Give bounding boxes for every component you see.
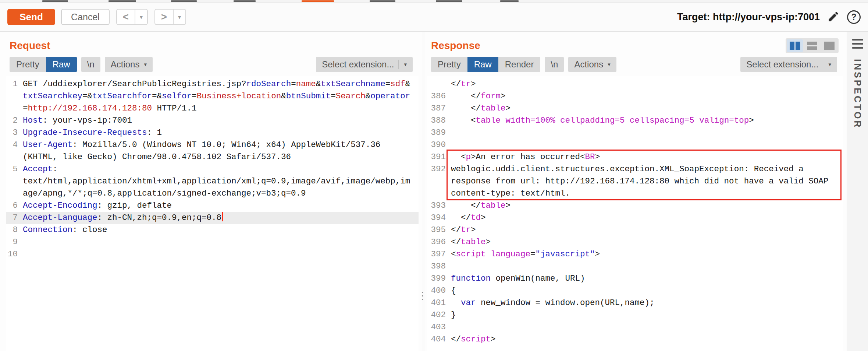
- code-line[interactable]: 397<script language="javascript">: [427, 248, 843, 260]
- code-line[interactable]: 7Accept-Language: zh-CN,zh;q=0.9,en;q=0.…: [6, 212, 419, 224]
- request-tabs-row: Pretty Raw \n Actions ▾ Select extension…: [6, 57, 419, 72]
- line-number: 403: [427, 321, 451, 333]
- code-line[interactable]: 394 </td>: [427, 212, 843, 224]
- code-line[interactable]: 403: [427, 321, 843, 333]
- code-line[interactable]: 1GET /uddiexplorer/SearchPublicRegistrie…: [6, 78, 419, 115]
- line-number: 6: [6, 200, 23, 212]
- line-content: [451, 260, 843, 273]
- tab-response-render[interactable]: Render: [498, 57, 541, 72]
- clipped-tab: [42, 0, 68, 2]
- code-line[interactable]: </tr>: [427, 78, 843, 90]
- line-number: 400: [427, 285, 451, 297]
- code-line[interactable]: 402}: [427, 309, 843, 321]
- line-content: weblogic.uddi.client.structures.exceptio…: [451, 163, 843, 200]
- code-line[interactable]: 9: [6, 236, 419, 248]
- code-line[interactable]: 396</table>: [427, 236, 843, 248]
- code-line[interactable]: 401 var new_window = window.open(URL,nam…: [427, 297, 843, 309]
- code-line[interactable]: 392weblogic.uddi.client.structures.excep…: [427, 163, 843, 200]
- code-line[interactable]: 404</script>: [427, 333, 843, 345]
- line-content: [23, 236, 419, 248]
- response-show-nonprintable-button[interactable]: \n: [545, 57, 564, 72]
- code-line[interactable]: 399function openWin(name, URL): [427, 273, 843, 285]
- code-line[interactable]: 400{: [427, 285, 843, 297]
- code-line[interactable]: 391 <p>An error has occurred<BR>: [427, 151, 843, 163]
- target-display: Target: http://your-vps-ip:7001: [677, 11, 820, 23]
- line-number: 393: [427, 200, 451, 212]
- back-history-dropdown[interactable]: ▾: [135, 10, 147, 24]
- code-line[interactable]: 388 <table width=100% cellpadding=5 cell…: [427, 115, 843, 127]
- tab-response-raw[interactable]: Raw: [467, 57, 498, 72]
- line-content: </td>: [451, 212, 843, 224]
- code-line[interactable]: 389: [427, 127, 843, 139]
- chevron-down-icon: ▾: [178, 14, 181, 21]
- edit-target-button[interactable]: [827, 10, 840, 24]
- line-number: 399: [427, 273, 451, 285]
- line-number: 392: [427, 163, 451, 200]
- code-line[interactable]: 4User-Agent: Mozilla/5.0 (Windows NT 10.…: [6, 139, 419, 163]
- send-button[interactable]: Send: [7, 9, 55, 25]
- request-header: Request: [6, 38, 419, 54]
- inspector-toggle-icon[interactable]: [852, 39, 863, 49]
- response-editor[interactable]: </tr>386 </form>387 </table>388 <table w…: [427, 76, 843, 351]
- line-content: [451, 321, 843, 333]
- request-actions-button[interactable]: Actions ▾: [105, 57, 153, 72]
- request-show-nonprintable-button[interactable]: \n: [81, 57, 100, 72]
- tab-response-pretty[interactable]: Pretty: [431, 57, 467, 72]
- line-number: 404: [427, 333, 451, 345]
- response-actions-button[interactable]: Actions ▾: [568, 57, 616, 72]
- clipped-tab: [370, 0, 395, 2]
- columns-icon: [790, 42, 794, 50]
- line-content: Accept: text/html,application/xhtml+xml,…: [23, 163, 419, 200]
- request-view-tabs: Pretty Raw: [10, 57, 77, 72]
- toolbar-right: Target: http://your-vps-ip:7001 ?: [677, 10, 861, 24]
- line-number: 388: [427, 115, 451, 127]
- forward-button[interactable]: >: [155, 10, 173, 24]
- code-line[interactable]: 395</tr>: [427, 224, 843, 236]
- inspector-label[interactable]: INSPECTOR: [852, 59, 863, 129]
- back-button-group: < ▾: [116, 9, 148, 25]
- line-content: [23, 248, 419, 260]
- code-line[interactable]: 2Host: your-vps-ip:7001: [6, 115, 419, 127]
- cancel-button[interactable]: Cancel: [61, 9, 110, 25]
- code-line[interactable]: 5Accept: text/html,application/xhtml+xml…: [6, 163, 419, 200]
- layout-rows-button[interactable]: [804, 39, 820, 52]
- layout-single-button[interactable]: [821, 39, 837, 52]
- response-select-extension-dropdown[interactable]: Select extension... ▾: [740, 57, 837, 72]
- back-button[interactable]: <: [117, 10, 135, 24]
- panel-splitter[interactable]: ⋮: [420, 284, 425, 307]
- request-editor[interactable]: 1GET /uddiexplorer/SearchPublicRegistrie…: [6, 76, 419, 351]
- help-button[interactable]: ?: [847, 10, 861, 24]
- response-view-tabs: Pretty Raw Render: [431, 57, 540, 72]
- forward-history-dropdown[interactable]: ▾: [173, 10, 185, 24]
- code-line[interactable]: 10: [6, 248, 419, 260]
- line-content: function openWin(name, URL): [451, 273, 843, 285]
- code-line[interactable]: 8Connection: close: [6, 224, 419, 236]
- layout-columns-button[interactable]: [787, 39, 803, 52]
- code-line[interactable]: 3Upgrade-Insecure-Requests: 1: [6, 127, 419, 139]
- line-number: 9: [6, 236, 23, 248]
- code-line[interactable]: 386 </form>: [427, 90, 843, 102]
- clipped-tab: [500, 0, 519, 2]
- response-header: Response: [427, 38, 843, 54]
- line-content: </tr>: [451, 78, 843, 90]
- tab-request-pretty[interactable]: Pretty: [10, 57, 46, 72]
- drag-handle-icon: ⋮: [417, 289, 428, 302]
- line-number: [427, 78, 451, 90]
- line-number: 5: [6, 163, 23, 200]
- code-line[interactable]: 393 </table>: [427, 200, 843, 212]
- code-line[interactable]: 6Accept-Encoding: gzip, deflate: [6, 200, 419, 212]
- line-content: Upgrade-Insecure-Requests: 1: [23, 127, 419, 139]
- line-content: var new_window = window.open(URL,name);: [451, 297, 843, 309]
- line-content: </table>: [451, 102, 843, 115]
- code-line[interactable]: 390: [427, 139, 843, 151]
- line-content: Accept-Encoding: gzip, deflate: [23, 200, 419, 212]
- code-line[interactable]: 387 </table>: [427, 102, 843, 115]
- forward-button-group: > ▾: [154, 9, 186, 25]
- request-select-extension-dropdown[interactable]: Select extension... ▾: [316, 57, 413, 72]
- target-url: http://your-vps-ip:7001: [713, 11, 820, 22]
- response-title: Response: [431, 40, 480, 52]
- tab-request-raw[interactable]: Raw: [46, 57, 77, 72]
- code-line[interactable]: 398: [427, 260, 843, 273]
- line-number: 402: [427, 309, 451, 321]
- line-content: </form>: [451, 90, 843, 102]
